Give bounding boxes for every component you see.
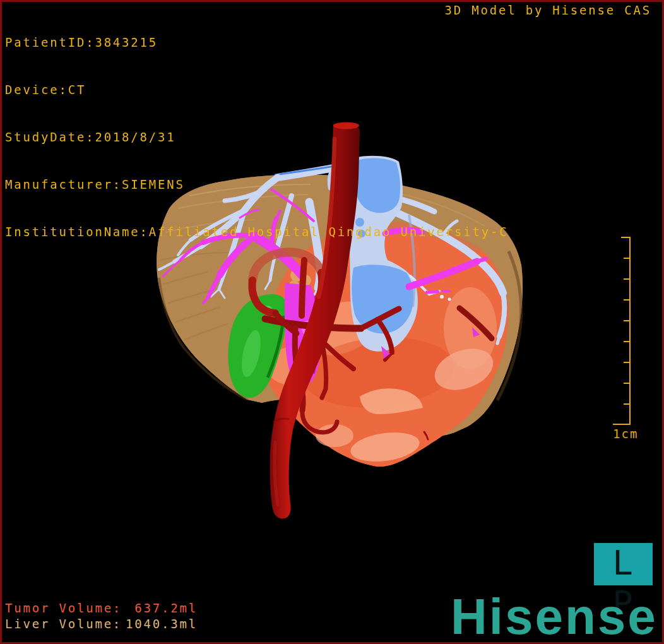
liver-volume-row: Liver Volume: 1040.3ml <box>5 616 198 632</box>
tumor-volume-label: Tumor Volume: <box>5 600 123 616</box>
patient-id-line: PatientID:3843215 <box>5 35 508 51</box>
scale-tick <box>624 403 629 405</box>
orientation-marker-lp: L P <box>594 543 653 585</box>
scale-tick <box>624 383 629 384</box>
patient-info-overlay: PatientID:3843215 Device:CT StudyDate:20… <box>5 3 508 256</box>
scale-tick <box>624 258 629 259</box>
watermark-title: 3D Model by Hisense CAS <box>445 3 652 17</box>
institution-line: InstitutionName:Affiliated Hospital Qing… <box>5 224 508 240</box>
liver-volume-value: 1040.3ml <box>123 616 198 632</box>
tumor-volume-row: Tumor Volume: 637.2ml <box>5 600 198 616</box>
scale-tick <box>613 424 629 425</box>
scale-tick <box>624 299 629 301</box>
liver-volume-label: Liver Volume: <box>5 616 123 632</box>
scale-tick <box>624 362 629 363</box>
scale-unit-label: 1cm <box>613 427 638 441</box>
scale-bar <box>612 237 631 426</box>
manufacturer-line: Manufacturer:SIEMENS <box>5 177 508 193</box>
volume-readouts: Tumor Volume: 637.2ml Liver Volume: 1040… <box>5 600 198 632</box>
cas-3d-model-window: { "header": { "watermark": "3D Model by … <box>0 0 664 644</box>
scale-tick <box>621 237 629 238</box>
scale-tick <box>624 320 629 321</box>
tumor-volume-value: 637.2ml <box>123 600 198 616</box>
scale-tick <box>624 341 629 342</box>
device-line: Device:CT <box>5 82 508 98</box>
study-date-line: StudyDate:2018/8/31 <box>5 129 508 145</box>
scale-bar-line <box>629 237 631 425</box>
hisense-logo: Hisense <box>451 592 658 642</box>
scale-tick <box>624 278 629 280</box>
